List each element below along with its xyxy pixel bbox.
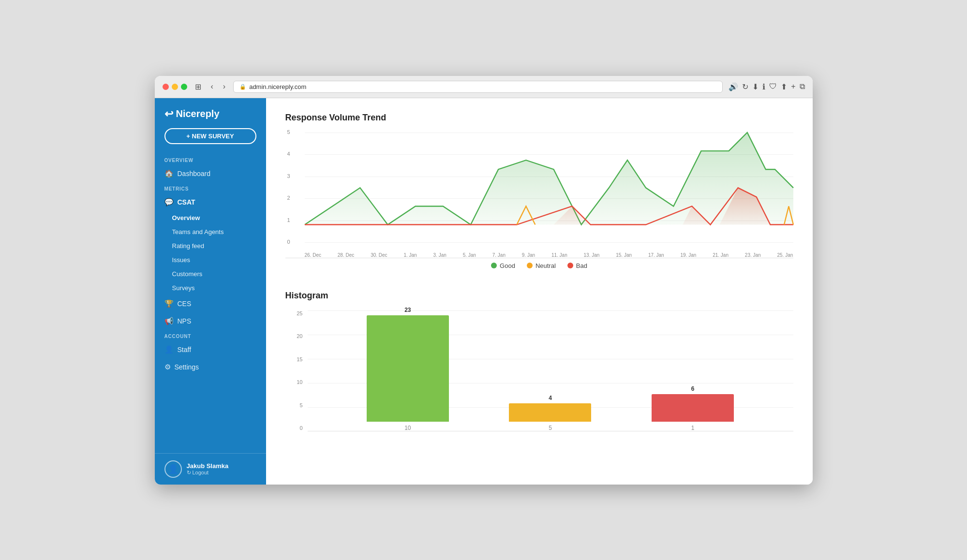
x-label-23jan: 23. Jan [745, 252, 761, 258]
x-label-9jan: 9. Jan [522, 252, 535, 258]
toolbar-icons: 🔊 ↻ ⬇ ℹ 🛡 ⬆ + ⧉ [729, 82, 804, 91]
sidebar-toggle-button[interactable]: ⊞ [193, 81, 203, 92]
sidebar-item-csat[interactable]: 💬 CSAT [155, 193, 266, 211]
shield-icon[interactable]: 🛡 [769, 82, 777, 91]
y-label-20: 20 [297, 333, 302, 339]
staff-icon: 👤 [164, 345, 174, 354]
line-chart-container: 5 4 3 2 1 0 [285, 133, 793, 258]
sidebar-subitem-issues[interactable]: Issues [155, 253, 266, 267]
sidebar-item-nps[interactable]: 📢 NPS [155, 312, 266, 330]
x-label-1jan: 1. Jan [403, 252, 417, 258]
new-survey-button[interactable]: + NEW SURVEY [164, 128, 256, 144]
grid-line-0: 0 [305, 242, 793, 243]
x-label-5jan: 5. Jan [463, 252, 476, 258]
trend-chart-section: Response Volume Trend 5 4 3 2 1 0 [285, 113, 793, 271]
user-info: Jakub Slamka ↻ Logout [187, 462, 229, 476]
dashboard-icon: 🏠 [164, 169, 174, 178]
browser-toolbar: ⊞ ‹ › 🔒 admin.nicereply.com 🔊 ↻ ⬇ ℹ 🛡 ⬆ … [155, 76, 813, 98]
legend-bad-dot [567, 263, 573, 268]
app-layout: ↩ Nicereply + NEW SURVEY OVERVIEW 🏠 Dash… [155, 98, 813, 485]
dashboard-label: Dashboard [178, 170, 211, 177]
legend-bad: Bad [567, 262, 587, 269]
legend-neutral-dot [527, 263, 533, 268]
sidebar-item-ces[interactable]: 🏆 CES [155, 295, 266, 312]
address-bar[interactable]: 🔒 admin.nicereply.com [233, 81, 723, 93]
legend-good-label: Good [500, 262, 515, 269]
legend-neutral-label: Neutral [536, 262, 556, 269]
histogram-container: 25 20 15 10 5 0 [285, 310, 793, 451]
sidebar-subitem-teams-agents[interactable]: Teams and Agents [155, 225, 266, 239]
legend-good: Good [491, 262, 515, 269]
audio-icon[interactable]: 🔊 [729, 82, 738, 91]
lock-icon: 🔒 [239, 84, 246, 90]
user-name: Jakub Slamka [187, 462, 229, 470]
csat-icon: 💬 [164, 198, 174, 206]
bar-value-4: 4 [549, 395, 552, 401]
ces-label: CES [178, 300, 192, 308]
info-icon[interactable]: ℹ [762, 82, 765, 91]
legend-bad-label: Bad [576, 262, 587, 269]
y-label-0: 0 [299, 425, 302, 431]
overview-sub-label: Overview [172, 214, 200, 221]
maximize-button[interactable] [181, 84, 187, 90]
bar-value-6: 6 [691, 385, 695, 392]
histogram-title: Histogram [285, 291, 793, 301]
x-label-3jan: 3. Jan [433, 252, 446, 258]
bar-rect-red [652, 394, 734, 422]
y-label-5: 5 [299, 402, 302, 408]
share-icon[interactable]: ⬆ [781, 82, 787, 91]
sidebar-subitem-surveys[interactable]: Surveys [155, 281, 266, 295]
minimize-button[interactable] [172, 84, 178, 90]
x-label-28dec: 28. Dec [338, 252, 354, 258]
trend-chart-title: Response Volume Trend [285, 113, 793, 123]
logo-icon: ↩ [164, 108, 173, 120]
sidebar-subitem-overview[interactable]: Overview [155, 211, 266, 225]
bar-rect-yellow [509, 403, 591, 422]
bar-label-1: 1 [691, 425, 695, 431]
x-label-17jan: 17. Jan [648, 252, 664, 258]
y-label-15: 15 [297, 356, 302, 362]
surveys-label: Surveys [172, 284, 195, 292]
customers-label: Customers [172, 270, 203, 278]
main-content: Response Volume Trend 5 4 3 2 1 0 [266, 98, 813, 485]
sidebar-item-staff[interactable]: 👤 Staff [155, 341, 266, 358]
histo-chart-area: 23 10 4 5 [308, 310, 793, 431]
forward-button[interactable]: › [221, 81, 227, 92]
download-icon[interactable]: ⬇ [752, 82, 759, 91]
bar-label-10: 10 [404, 425, 411, 431]
bar-label-5: 5 [549, 425, 552, 431]
staff-label: Staff [178, 346, 192, 354]
bar-value-23: 23 [404, 307, 411, 313]
account-section-label: ACCOUNT [155, 330, 266, 341]
back-button[interactable]: ‹ [209, 81, 215, 92]
sidebar-item-dashboard[interactable]: 🏠 Dashboard [155, 165, 266, 182]
windows-icon[interactable]: ⧉ [800, 82, 805, 91]
bar-group-5: 4 5 [509, 395, 591, 431]
rating-feed-label: Rating feed [172, 242, 205, 250]
legend-neutral: Neutral [527, 262, 556, 269]
sidebar: ↩ Nicereply + NEW SURVEY OVERVIEW 🏠 Dash… [155, 98, 266, 485]
bar-group-1: 6 1 [652, 385, 734, 431]
new-tab-icon[interactable]: + [791, 82, 795, 91]
x-label-21jan: 21. Jan [713, 252, 729, 258]
nps-icon: 📢 [164, 317, 174, 325]
sidebar-subitem-customers[interactable]: Customers [155, 267, 266, 281]
refresh-icon[interactable]: ↻ [742, 82, 748, 91]
sidebar-footer: 👤 Jakub Slamka ↻ Logout [155, 453, 266, 485]
chart-legend: Good Neutral Bad [285, 262, 793, 271]
close-button[interactable] [163, 84, 169, 90]
browser-window: ⊞ ‹ › 🔒 admin.nicereply.com 🔊 ↻ ⬇ ℹ 🛡 ⬆ … [155, 76, 813, 485]
sidebar-item-settings[interactable]: ⚙ Settings [155, 358, 266, 376]
url-text: admin.nicereply.com [249, 83, 306, 90]
logout-link[interactable]: ↻ Logout [187, 470, 229, 476]
ces-icon: 🏆 [164, 299, 174, 308]
x-label-15jan: 15. Jan [616, 252, 632, 258]
overview-section-label: OVERVIEW [155, 154, 266, 165]
sidebar-subitem-rating-feed[interactable]: Rating feed [155, 239, 266, 253]
histo-y-axis: 25 20 15 10 5 0 [285, 310, 303, 431]
metrics-section-label: METRICS [155, 182, 266, 193]
legend-good-dot [491, 263, 497, 268]
settings-label: Settings [175, 363, 199, 371]
x-axis: 26. Dec 28. Dec 30. Dec 1. Jan 3. Jan 5.… [305, 252, 793, 258]
x-label-13jan: 13. Jan [584, 252, 600, 258]
